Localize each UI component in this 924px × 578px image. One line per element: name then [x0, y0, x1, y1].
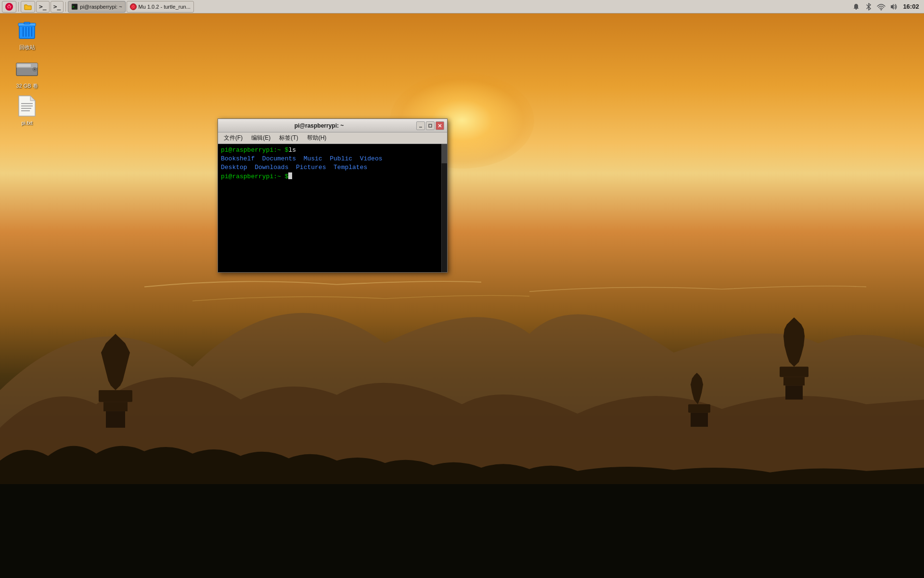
- dir-documents: Documents: [262, 155, 304, 163]
- svg-point-40: [133, 7, 134, 8]
- dir-music: Music: [304, 155, 330, 163]
- taskbar-right: 16:02: [852, 2, 924, 11]
- terminal-shortcut2-button[interactable]: >_: [51, 1, 64, 13]
- svg-point-29: [7, 5, 9, 7]
- desktop-icon-recycle-bin[interactable]: 回收站: [8, 18, 46, 52]
- bluetooth-icon[interactable]: [864, 2, 873, 11]
- svg-point-27: [5, 3, 13, 11]
- svg-point-39: [134, 6, 135, 7]
- svg-rect-20: [17, 64, 31, 67]
- taskbar-time: 16:02: [902, 3, 920, 10]
- terminal-content[interactable]: pi@raspberrypi:~ $ ls Bookshelf Document…: [218, 144, 447, 272]
- cmd-1: ls: [288, 146, 296, 155]
- menu-tab[interactable]: 标签(T): [275, 133, 302, 143]
- svg-point-31: [8, 7, 9, 8]
- terminal-scrollbar[interactable]: [441, 144, 447, 272]
- taskbar: >_ >_ >_ pi@raspberrypi: ~: [0, 0, 924, 13]
- desktop-icon-drive[interactable]: 32 GB 卷: [8, 57, 46, 90]
- svg-rect-45: [429, 124, 432, 127]
- svg-point-43: [881, 9, 882, 10]
- dir-downloads: Downloads: [255, 163, 296, 172]
- terminal-task-button[interactable]: >_ pi@raspberrypi: ~: [68, 1, 125, 13]
- notification-icon[interactable]: [852, 2, 860, 11]
- volume-icon[interactable]: [889, 2, 898, 11]
- terminal-line-1: pi@raspberrypi:~ $ ls: [221, 146, 444, 155]
- drive-icon: [15, 57, 38, 80]
- terminal-title: pi@raspberrypi: ~: [223, 122, 415, 129]
- svg-point-30: [10, 5, 12, 7]
- mu-task-button[interactable]: Mu 1.0.2 - turtle_run...: [127, 1, 194, 13]
- prompt-2: pi@raspberrypi:~ $: [221, 172, 288, 181]
- terminal-window: pi@raspberrypi: ~ 文件(F) 编辑(E) 标签(T) 帮助(H…: [218, 118, 448, 273]
- dir-templates: Templates: [334, 163, 367, 172]
- svg-point-28: [8, 4, 10, 6]
- close-button[interactable]: [436, 121, 444, 130]
- taskbar-sep1: [18, 2, 19, 12]
- menu-edit[interactable]: 编辑(E): [247, 133, 274, 143]
- svg-point-41: [132, 8, 133, 9]
- terminal-task-label: pi@raspberrypi: ~: [80, 4, 122, 10]
- dir-bookshelf: Bookshelf: [221, 155, 262, 163]
- pitxt-label: pi.txt: [20, 119, 34, 126]
- svg-rect-42: [856, 9, 857, 10]
- terminal-menubar: 文件(F) 编辑(E) 标签(T) 帮助(H): [218, 132, 447, 144]
- dir-videos: Videos: [360, 155, 383, 163]
- svg-text:>_: >_: [72, 5, 77, 9]
- svg-point-38: [132, 5, 134, 6]
- svg-point-32: [10, 7, 11, 8]
- svg-point-35: [130, 3, 136, 10]
- terminal-titlebar: pi@raspberrypi: ~: [218, 119, 447, 132]
- dir-desktop: Desktop: [221, 163, 255, 172]
- menu-help[interactable]: 帮助(H): [303, 133, 331, 143]
- svg-point-37: [131, 7, 132, 8]
- file-manager-button[interactable]: [21, 1, 35, 13]
- menu-file[interactable]: 文件(F): [220, 133, 246, 143]
- minimize-button[interactable]: [416, 121, 425, 130]
- svg-rect-13: [24, 22, 30, 24]
- terminal-line-4: pi@raspberrypi:~ $: [221, 172, 444, 181]
- recycle-bin-label: 回收站: [18, 43, 37, 52]
- drive-label: 32 GB 卷: [14, 82, 39, 90]
- maximize-button[interactable]: [426, 121, 435, 130]
- dir-public: Public: [330, 155, 359, 163]
- terminal-scroll-thumb[interactable]: [441, 144, 447, 163]
- taskbar-left: >_ >_ >_ pi@raspberrypi: ~: [0, 1, 194, 13]
- prompt-1: pi@raspberrypi:~ $: [221, 146, 288, 155]
- wifi-icon[interactable]: [877, 2, 886, 11]
- terminal-cursor: [288, 172, 292, 179]
- raspberry-menu-button[interactable]: [2, 1, 16, 13]
- recycle-bin-icon: [15, 18, 38, 41]
- taskbar-sep2: [65, 2, 66, 12]
- terminal-shortcut-button[interactable]: >_: [36, 1, 50, 13]
- terminal-line-2: Bookshelf Documents Music Public Videos: [221, 155, 444, 163]
- svg-point-22: [34, 68, 36, 70]
- mu-task-label: Mu 1.0.2 - turtle_run...: [139, 4, 191, 10]
- dir-pictures: Pictures: [296, 163, 334, 172]
- terminal-line-3: Desktop Downloads Pictures Templates: [221, 163, 444, 172]
- desktop-icon-pitxt[interactable]: pi.txt: [8, 94, 46, 126]
- textfile-icon: [15, 94, 38, 118]
